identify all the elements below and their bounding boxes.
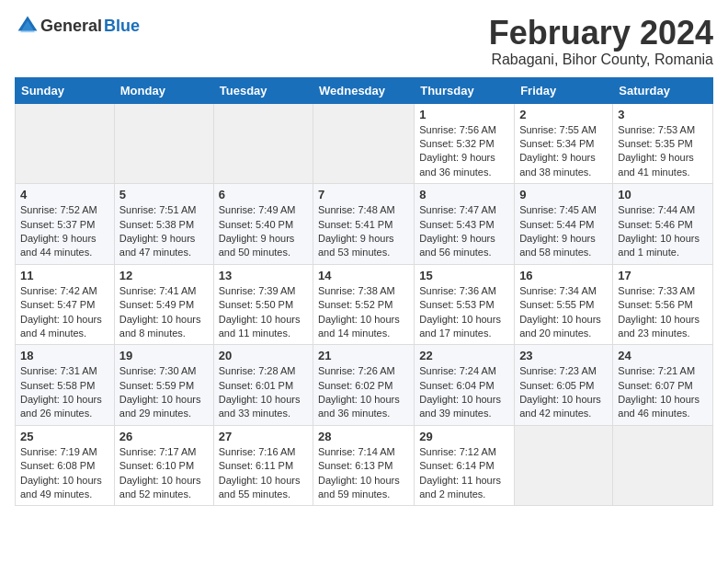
day-info: Sunrise: 7:16 AM Sunset: 6:11 PM Dayligh…: [219, 445, 308, 502]
calendar-cell: 23Sunrise: 7:23 AM Sunset: 6:05 PM Dayli…: [515, 345, 613, 426]
calendar-week-3: 11Sunrise: 7:42 AM Sunset: 5:47 PM Dayli…: [16, 264, 713, 345]
day-number: 8: [419, 188, 509, 201]
day-number: 3: [618, 108, 708, 121]
calendar-cell: 5Sunrise: 7:51 AM Sunset: 5:38 PM Daylig…: [114, 184, 213, 265]
day-info: Sunrise: 7:48 AM Sunset: 5:41 PM Dayligh…: [318, 203, 409, 260]
calendar-cell: 27Sunrise: 7:16 AM Sunset: 6:11 PM Dayli…: [213, 425, 313, 506]
day-number: 24: [618, 349, 708, 362]
day-number: 4: [20, 188, 109, 201]
calendar-cell: [515, 425, 613, 506]
day-number: 22: [419, 349, 509, 362]
day-number: 25: [20, 430, 109, 443]
day-info: Sunrise: 7:28 AM Sunset: 6:01 PM Dayligh…: [219, 364, 308, 421]
day-info: Sunrise: 7:53 AM Sunset: 5:35 PM Dayligh…: [618, 123, 708, 180]
day-number: 28: [318, 430, 409, 443]
calendar-cell: 18Sunrise: 7:31 AM Sunset: 5:58 PM Dayli…: [16, 345, 115, 426]
day-info: Sunrise: 7:39 AM Sunset: 5:50 PM Dayligh…: [219, 284, 308, 341]
calendar-cell: 9Sunrise: 7:45 AM Sunset: 5:44 PM Daylig…: [515, 184, 613, 265]
calendar-header-thursday: Thursday: [415, 77, 515, 103]
day-number: 15: [419, 269, 509, 282]
calendar-header-sunday: Sunday: [16, 77, 115, 103]
calendar-header-monday: Monday: [114, 77, 213, 103]
day-info: Sunrise: 7:41 AM Sunset: 5:49 PM Dayligh…: [119, 284, 209, 341]
day-number: 18: [20, 349, 109, 362]
day-info: Sunrise: 7:34 AM Sunset: 5:55 PM Dayligh…: [519, 284, 608, 341]
day-number: 5: [119, 188, 209, 201]
day-info: Sunrise: 7:42 AM Sunset: 5:47 PM Dayligh…: [20, 284, 109, 341]
day-number: 16: [519, 269, 608, 282]
calendar-cell: 25Sunrise: 7:19 AM Sunset: 6:08 PM Dayli…: [16, 425, 115, 506]
day-info: Sunrise: 7:30 AM Sunset: 5:59 PM Dayligh…: [119, 364, 209, 421]
calendar-cell: 11Sunrise: 7:42 AM Sunset: 5:47 PM Dayli…: [16, 264, 115, 345]
day-number: 11: [20, 269, 109, 282]
day-number: 13: [219, 269, 308, 282]
day-number: 14: [318, 269, 409, 282]
page-header: General Blue February 2024 Rabagani, Bih…: [15, 15, 713, 68]
calendar-cell: 1Sunrise: 7:56 AM Sunset: 5:32 PM Daylig…: [415, 103, 515, 184]
day-number: 7: [318, 188, 409, 201]
calendar-cell: [114, 103, 213, 184]
logo-general-text: General: [40, 17, 102, 36]
day-info: Sunrise: 7:23 AM Sunset: 6:05 PM Dayligh…: [519, 364, 608, 421]
day-info: Sunrise: 7:55 AM Sunset: 5:34 PM Dayligh…: [519, 123, 608, 180]
day-info: Sunrise: 7:33 AM Sunset: 5:56 PM Dayligh…: [618, 284, 708, 341]
calendar-week-4: 18Sunrise: 7:31 AM Sunset: 5:58 PM Dayli…: [16, 345, 713, 426]
calendar-cell: 12Sunrise: 7:41 AM Sunset: 5:49 PM Dayli…: [114, 264, 213, 345]
calendar-cell: 29Sunrise: 7:12 AM Sunset: 6:14 PM Dayli…: [415, 425, 515, 506]
day-number: 12: [119, 269, 209, 282]
calendar-cell: 15Sunrise: 7:36 AM Sunset: 5:53 PM Dayli…: [415, 264, 515, 345]
calendar-cell: 21Sunrise: 7:26 AM Sunset: 6:02 PM Dayli…: [313, 345, 415, 426]
calendar-cell: 6Sunrise: 7:49 AM Sunset: 5:40 PM Daylig…: [213, 184, 313, 265]
day-number: 20: [219, 349, 308, 362]
calendar-cell: 7Sunrise: 7:48 AM Sunset: 5:41 PM Daylig…: [313, 184, 415, 265]
day-info: Sunrise: 7:31 AM Sunset: 5:58 PM Dayligh…: [20, 364, 109, 421]
month-title: February 2024: [489, 15, 713, 52]
day-number: 21: [318, 349, 409, 362]
day-info: Sunrise: 7:26 AM Sunset: 6:02 PM Dayligh…: [318, 364, 409, 421]
calendar-cell: [16, 103, 115, 184]
calendar-cell: 26Sunrise: 7:17 AM Sunset: 6:10 PM Dayli…: [114, 425, 213, 506]
day-info: Sunrise: 7:45 AM Sunset: 5:44 PM Dayligh…: [519, 203, 608, 260]
location-title: Rabagani, Bihor County, Romania: [489, 52, 713, 68]
day-number: 23: [519, 349, 608, 362]
calendar-cell: [313, 103, 415, 184]
day-info: Sunrise: 7:24 AM Sunset: 6:04 PM Dayligh…: [419, 364, 509, 421]
title-section: February 2024 Rabagani, Bihor County, Ro…: [489, 15, 713, 68]
day-info: Sunrise: 7:36 AM Sunset: 5:53 PM Dayligh…: [419, 284, 509, 341]
calendar-cell: 3Sunrise: 7:53 AM Sunset: 5:35 PM Daylig…: [613, 103, 713, 184]
calendar-cell: [613, 425, 713, 506]
day-info: Sunrise: 7:49 AM Sunset: 5:40 PM Dayligh…: [219, 203, 308, 260]
calendar-cell: 16Sunrise: 7:34 AM Sunset: 5:55 PM Dayli…: [515, 264, 613, 345]
day-number: 19: [119, 349, 209, 362]
calendar-header-saturday: Saturday: [613, 77, 713, 103]
day-info: Sunrise: 7:38 AM Sunset: 5:52 PM Dayligh…: [318, 284, 409, 341]
calendar-cell: [213, 103, 313, 184]
calendar-body: 1Sunrise: 7:56 AM Sunset: 5:32 PM Daylig…: [16, 103, 713, 506]
day-info: Sunrise: 7:56 AM Sunset: 5:32 PM Dayligh…: [419, 123, 509, 180]
calendar-header-wednesday: Wednesday: [313, 77, 415, 103]
day-number: 26: [119, 430, 209, 443]
logo-blue-text: Blue: [104, 17, 140, 36]
calendar-cell: 28Sunrise: 7:14 AM Sunset: 6:13 PM Dayli…: [313, 425, 415, 506]
day-number: 27: [219, 430, 308, 443]
day-number: 9: [519, 188, 608, 201]
day-info: Sunrise: 7:44 AM Sunset: 5:46 PM Dayligh…: [618, 203, 708, 260]
logo-icon: [17, 15, 39, 37]
calendar-cell: 19Sunrise: 7:30 AM Sunset: 5:59 PM Dayli…: [114, 345, 213, 426]
calendar-cell: 2Sunrise: 7:55 AM Sunset: 5:34 PM Daylig…: [515, 103, 613, 184]
day-info: Sunrise: 7:12 AM Sunset: 6:14 PM Dayligh…: [419, 445, 509, 502]
calendar-cell: 8Sunrise: 7:47 AM Sunset: 5:43 PM Daylig…: [415, 184, 515, 265]
day-info: Sunrise: 7:21 AM Sunset: 6:07 PM Dayligh…: [618, 364, 708, 421]
day-number: 6: [219, 188, 308, 201]
calendar-header-tuesday: Tuesday: [213, 77, 313, 103]
calendar-cell: 17Sunrise: 7:33 AM Sunset: 5:56 PM Dayli…: [613, 264, 713, 345]
calendar-week-1: 1Sunrise: 7:56 AM Sunset: 5:32 PM Daylig…: [16, 103, 713, 184]
day-info: Sunrise: 7:52 AM Sunset: 5:37 PM Dayligh…: [20, 203, 109, 260]
day-info: Sunrise: 7:14 AM Sunset: 6:13 PM Dayligh…: [318, 445, 409, 502]
calendar-cell: 24Sunrise: 7:21 AM Sunset: 6:07 PM Dayli…: [613, 345, 713, 426]
calendar-cell: 4Sunrise: 7:52 AM Sunset: 5:37 PM Daylig…: [16, 184, 115, 265]
day-info: Sunrise: 7:17 AM Sunset: 6:10 PM Dayligh…: [119, 445, 209, 502]
calendar-week-2: 4Sunrise: 7:52 AM Sunset: 5:37 PM Daylig…: [16, 184, 713, 265]
logo: General Blue: [15, 15, 140, 37]
calendar-cell: 20Sunrise: 7:28 AM Sunset: 6:01 PM Dayli…: [213, 345, 313, 426]
